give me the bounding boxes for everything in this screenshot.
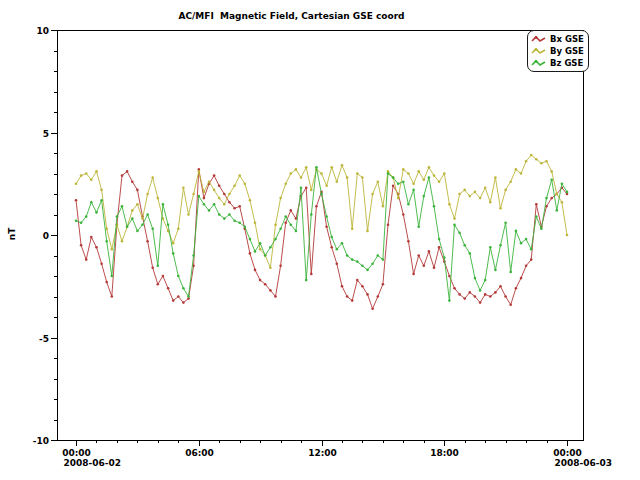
x-tick-label: 00:00 (62, 448, 91, 458)
x-date-label: 2008-06-03 (555, 458, 613, 468)
by-series-line-icon (531, 47, 548, 56)
y-tick-label: -10 (33, 436, 49, 446)
legend-item-by: By GSE (531, 45, 584, 57)
y-tick-label: -5 (39, 334, 49, 344)
y-tick-label: 5 (43, 129, 49, 139)
plot-window: AC/MFI Magnetic Field, Cartesian GSE coo… (0, 0, 640, 480)
legend-label-bz: Bz GSE (550, 58, 583, 68)
x-tick-label: 06:00 (185, 448, 214, 458)
bz-gse-markers (75, 166, 569, 302)
by-gse-markers (75, 154, 569, 269)
x-tick-label: 18:00 (430, 448, 459, 458)
bx-gse-line (76, 169, 567, 308)
x-date-label: 2008-06-02 (64, 458, 122, 468)
plot-frame (58, 31, 584, 441)
bz-series-line-icon (531, 59, 548, 68)
x-tick-label: 12:00 (308, 448, 337, 458)
axis-tick-labels: 1050-5-1000:002008-06-0206:0012:0018:000… (33, 26, 612, 469)
x-tick-label: 00:00 (553, 448, 582, 458)
legend-label-bx: Bx GSE (550, 34, 584, 44)
legend: Bx GSE By GSE Bz GSE (527, 30, 589, 72)
legend-item-bx: Bx GSE (531, 33, 584, 45)
legend-label-by: By GSE (550, 46, 584, 56)
y-tick-label: 0 (43, 231, 49, 241)
legend-item-bz: Bz GSE (531, 57, 584, 69)
y-tick-label: 10 (36, 26, 49, 36)
plot-area: 1050-5-1000:002008-06-0206:0012:0018:000… (0, 0, 640, 480)
bx-series-line-icon (531, 35, 548, 44)
